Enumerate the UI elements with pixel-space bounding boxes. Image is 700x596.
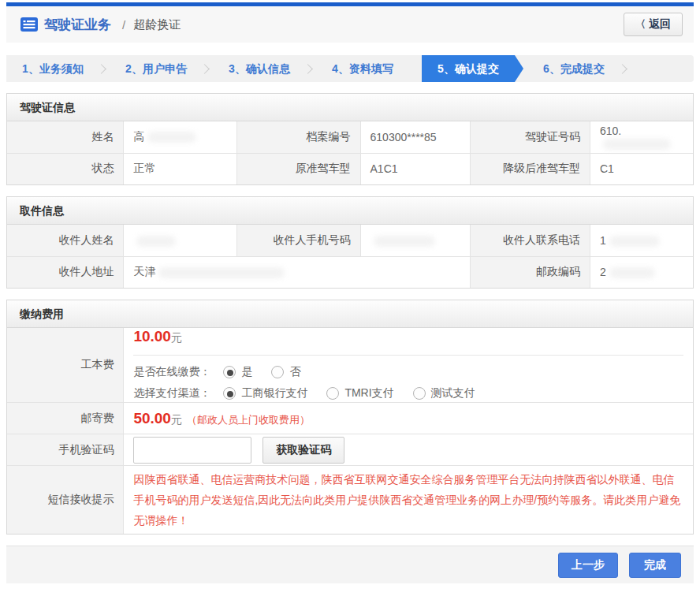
field-label: 档案编号 xyxy=(236,121,360,153)
license-info-table: 姓名 高 档案编号 610300****85 驾驶证号码 610. 状态 正常 … xyxy=(7,121,693,184)
license-info-title: 驾驶证信息 xyxy=(7,94,693,121)
table-row: 姓名 高 档案编号 610300****85 驾驶证号码 610. xyxy=(7,121,693,153)
table-row: 收件人姓名 收件人手机号码 收件人联系电话 1 xyxy=(7,225,693,256)
license-number-value: 610. xyxy=(590,121,693,153)
back-button[interactable]: 〈 返回 xyxy=(624,13,683,36)
radio-label: 工商银行支付 xyxy=(241,386,307,400)
redaction-blur xyxy=(609,236,660,247)
pickup-info-table: 收件人姓名 收件人手机号码 收件人联系电话 1 收件人地址 天津 邮政编码 2 xyxy=(7,225,693,288)
payment-channel-question: 选择支付渠道： xyxy=(133,386,210,400)
name-value: 高 xyxy=(124,121,237,153)
finish-button[interactable]: 完成 xyxy=(629,553,681,578)
fees-section: 缴纳费用 工本费 10.00元 是否在线缴费： 是 否 选择支付渠道： xyxy=(6,300,694,535)
get-captcha-button[interactable]: 获取验证码 xyxy=(262,437,344,464)
step-progress-bar: 1、业务须知 2、用户申告 3、确认信息 4、资料填写 5、确认提交 6、完成提… xyxy=(6,55,694,82)
step-2-declare[interactable]: 2、用户申告 xyxy=(110,55,203,82)
field-label: 收件人手机号码 xyxy=(236,225,360,256)
captcha-row: 手机验证码 获取验证码 xyxy=(7,434,693,466)
pickup-info-title: 取件信息 xyxy=(7,197,693,225)
field-label: 短信接收提示 xyxy=(7,466,124,535)
recipient-mobile-value xyxy=(360,225,470,256)
radio-pay-online-yes[interactable]: 是 xyxy=(223,365,252,379)
back-button-label: 返回 xyxy=(649,17,671,32)
field-label: 收件人联系电话 xyxy=(470,225,590,256)
redaction-blur xyxy=(374,236,435,247)
step-4-fill-data[interactable]: 4、资料填写 xyxy=(316,55,409,82)
divider xyxy=(133,355,683,356)
field-label: 降级后准驾车型 xyxy=(470,153,590,184)
radio-pay-online-no[interactable]: 否 xyxy=(271,365,300,379)
radio-channel-tmri[interactable]: TMRI支付 xyxy=(326,386,393,400)
step-5-confirm-submit[interactable]: 5、确认提交 xyxy=(422,55,515,82)
file-number-value: 610300****85 xyxy=(360,121,470,153)
online-payment-question-line: 是否在线缴费： 是 否 xyxy=(133,365,683,379)
recipient-name-value xyxy=(124,225,237,256)
original-class-value: A1C1 xyxy=(360,153,470,184)
page-title: 驾驶证业务 xyxy=(44,16,111,34)
captcha-input[interactable] xyxy=(133,437,251,464)
breadcrumb-separator: / xyxy=(122,18,125,32)
mail-fee-row: 邮寄费 50.00元（邮政人员上门收取费用） xyxy=(7,403,693,434)
table-row: 状态 正常 原准驾车型 A1C1 降级后准驾车型 C1 xyxy=(7,153,693,184)
recipient-phone-value: 1 xyxy=(590,225,693,256)
step-6-done[interactable]: 6、完成提交 xyxy=(527,55,620,82)
captcha-cell: 获取验证码 xyxy=(124,434,693,466)
production-fee-amount: 10.00 xyxy=(133,328,171,345)
redaction-blur xyxy=(136,236,176,247)
payment-channel-question-line: 选择支付渠道： 工商银行支付 TMRI支付 测试支付 xyxy=(133,386,683,400)
field-label: 邮政编码 xyxy=(470,256,590,288)
license-info-section: 驾驶证信息 姓名 高 档案编号 610300****85 驾驶证号码 610. … xyxy=(6,93,694,185)
field-label: 原准驾车型 xyxy=(236,153,360,184)
field-label: 收件人地址 xyxy=(7,256,124,288)
back-chevron-icon: 〈 xyxy=(635,17,646,32)
pickup-info-section: 取件信息 收件人姓名 收件人手机号码 收件人联系电话 1 收件人地址 天津 邮政… xyxy=(6,196,694,289)
previous-step-button[interactable]: 上一步 xyxy=(558,553,618,578)
field-label: 状态 xyxy=(7,153,124,184)
breadcrumb: 驾驶证业务 / 超龄换证 xyxy=(20,16,181,34)
redaction-blur xyxy=(603,139,671,150)
page: 驾驶证业务 / 超龄换证 〈 返回 1、业务须知 2、用户申告 3、确认信息 4… xyxy=(6,2,694,583)
sms-notice-text: 因陕西省联通、电信运营商技术问题，陕西省互联网交通安全综合服务管理平台无法向持陕… xyxy=(133,466,683,534)
production-fee-row: 工本费 10.00元 是否在线缴费： 是 否 选择支付渠道： 工商银行支付 TM… xyxy=(7,328,693,403)
radio-icon xyxy=(413,387,426,400)
mail-fee-note: （邮政人员上门收取费用） xyxy=(187,414,310,426)
radio-icon xyxy=(223,387,236,400)
downgraded-class-value: C1 xyxy=(590,153,693,184)
step-3-confirm-info[interactable]: 3、确认信息 xyxy=(213,55,306,82)
online-payment-question: 是否在线缴费： xyxy=(133,365,210,379)
status-value: 正常 xyxy=(124,153,237,184)
page-subtitle: 超龄换证 xyxy=(133,17,181,32)
redaction-blur xyxy=(158,267,285,278)
fees-title: 缴纳费用 xyxy=(7,300,693,328)
radio-channel-test[interactable]: 测试支付 xyxy=(413,386,475,400)
field-label: 姓名 xyxy=(7,121,124,153)
sms-notice-cell: 因陕西省联通、电信运营商技术问题，陕西省互联网交通安全综合服务管理平台无法向持陕… xyxy=(124,466,693,535)
table-row: 收件人地址 天津 邮政编码 2 xyxy=(7,256,693,288)
currency-unit: 元 xyxy=(171,331,182,344)
radio-icon xyxy=(223,366,236,378)
mail-fee-value: 50.00元（邮政人员上门收取费用） xyxy=(124,403,693,434)
radio-label: 测试支付 xyxy=(431,386,475,400)
page-header: 驾驶证业务 / 超龄换证 〈 返回 xyxy=(6,6,694,43)
production-fee-amount-line: 10.00元 xyxy=(133,328,683,345)
footer-action-bar: 上一步 完成 xyxy=(6,546,694,583)
field-label: 驾驶证号码 xyxy=(470,121,590,153)
currency-unit: 元 xyxy=(171,413,182,426)
step-1-notice[interactable]: 1、业务须知 xyxy=(6,55,99,82)
radio-label: TMRI支付 xyxy=(344,386,393,400)
fees-table: 工本费 10.00元 是否在线缴费： 是 否 选择支付渠道： 工商银行支付 TM… xyxy=(7,328,693,534)
recipient-address-value: 天津 xyxy=(124,256,470,288)
field-label: 收件人姓名 xyxy=(7,225,124,256)
license-menu-icon xyxy=(20,17,38,32)
radio-label: 否 xyxy=(289,365,300,379)
radio-channel-icbc[interactable]: 工商银行支付 xyxy=(223,386,307,400)
radio-icon xyxy=(271,366,284,378)
redaction-blur xyxy=(147,132,196,143)
field-label: 手机验证码 xyxy=(7,434,124,466)
mail-fee-amount: 50.00 xyxy=(133,410,171,427)
radio-icon xyxy=(326,387,339,400)
postal-code-value: 2 xyxy=(590,256,693,288)
radio-label: 是 xyxy=(241,365,252,379)
redaction-blur xyxy=(609,267,655,278)
field-label: 工本费 xyxy=(7,328,124,403)
